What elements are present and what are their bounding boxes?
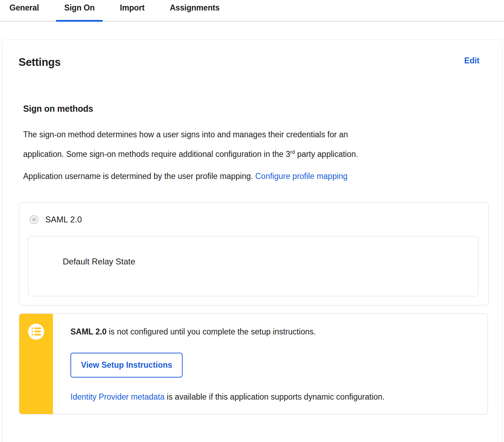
tab-general[interactable]: General <box>1 0 47 21</box>
setup-instructions-callout: SAML 2.0 is not configured until you com… <box>19 313 488 414</box>
description-line-2: application. Some sign-on methods requir… <box>23 143 488 163</box>
callout-message-bold: SAML 2.0 <box>70 327 107 336</box>
view-setup-instructions-button[interactable]: View Setup Instructions <box>70 353 183 378</box>
callout-yellow-bar <box>19 314 53 414</box>
ordinal-superscript: rd <box>290 149 295 155</box>
callout-content: SAML 2.0 is not configured until you com… <box>53 314 384 414</box>
saml-radio-label: SAML 2.0 <box>45 215 82 225</box>
settings-card: Settings Edit Sign on methods The sign-o… <box>2 40 503 442</box>
saml-method-box: SAML 2.0 Default Relay State <box>19 202 489 305</box>
saml-radio-row: SAML 2.0 <box>29 215 478 225</box>
tab-import[interactable]: Import <box>112 0 152 21</box>
callout-message: SAML 2.0 is not configured until you com… <box>70 326 384 337</box>
tab-bar: General Sign On Import Assignments <box>0 0 504 22</box>
saml-radio-button[interactable] <box>29 215 39 224</box>
metadata-line: Identity Provider metadata is available … <box>70 392 384 402</box>
radio-dot <box>32 217 36 222</box>
default-relay-state-label: Default Relay State <box>63 256 478 267</box>
edit-link[interactable]: Edit <box>464 56 479 65</box>
sign-on-method-description: The sign-on method determines how a user… <box>23 126 488 163</box>
tab-assignments[interactable]: Assignments <box>162 0 227 21</box>
identity-provider-metadata-link[interactable]: Identity Provider metadata <box>70 392 164 401</box>
page-title: Settings <box>19 56 61 69</box>
configure-profile-mapping-link[interactable]: Configure profile mapping <box>255 172 347 181</box>
application-username-text: Application username is determined by th… <box>23 171 488 181</box>
settings-header: Settings Edit <box>19 56 488 69</box>
tab-sign-on[interactable]: Sign On <box>56 0 103 21</box>
list-icon <box>28 324 44 340</box>
description-line-1: The sign-on method determines how a user… <box>23 126 488 143</box>
sign-on-methods-heading: Sign on methods <box>23 104 488 114</box>
default-relay-state-field: Default Relay State <box>28 236 478 296</box>
